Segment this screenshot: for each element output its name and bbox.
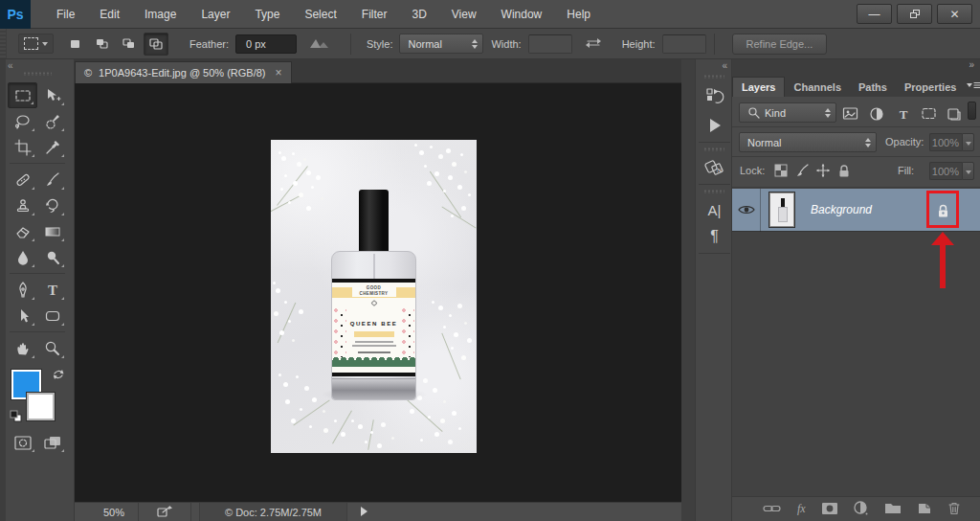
layer-effects-icon[interactable]: fx bbox=[797, 502, 806, 516]
menu-item-help[interactable]: Help bbox=[554, 0, 603, 29]
screen-mode-button[interactable] bbox=[37, 431, 67, 455]
opacity-dropdown-icon[interactable] bbox=[962, 133, 974, 151]
filter-pixel-layers-icon[interactable] bbox=[840, 105, 859, 122]
add-layer-mask-icon[interactable] bbox=[821, 502, 838, 517]
tool-type[interactable]: T bbox=[37, 277, 67, 303]
tool-zoom[interactable] bbox=[37, 335, 67, 361]
tab-channels[interactable]: Channels bbox=[785, 77, 850, 97]
panel-menu-icon[interactable] bbox=[965, 79, 980, 93]
fill-value-box[interactable]: 100% bbox=[929, 162, 974, 180]
background-color-swatch[interactable] bbox=[27, 393, 55, 420]
tool-shape[interactable] bbox=[37, 303, 67, 328]
timeline-panel-button[interactable]: N bbox=[696, 155, 733, 180]
new-adjustment-layer-icon[interactable] bbox=[854, 501, 869, 518]
lock-transparent-pixels-icon[interactable] bbox=[772, 162, 790, 179]
menu-item-file[interactable]: File bbox=[44, 0, 87, 29]
status-expand-icon[interactable] bbox=[361, 507, 368, 518]
expand-dock-icon[interactable]: » bbox=[969, 59, 973, 70]
panel-grip[interactable] bbox=[23, 72, 52, 76]
fill-dropdown-icon[interactable] bbox=[962, 162, 974, 180]
collapse-strip-icon[interactable]: « bbox=[722, 60, 726, 71]
tool-quick-selection[interactable] bbox=[37, 108, 67, 134]
tool-clone-stamp[interactable] bbox=[8, 193, 37, 218]
filter-smart-objects-icon[interactable] bbox=[945, 105, 964, 122]
filter-kind-dropdown[interactable]: Kind bbox=[739, 102, 836, 123]
tool-gradient[interactable] bbox=[37, 218, 67, 244]
new-selection-button[interactable] bbox=[63, 33, 88, 56]
add-to-selection-button[interactable] bbox=[90, 33, 115, 56]
tab-layers[interactable]: Layers bbox=[732, 77, 785, 97]
tool-hand[interactable] bbox=[8, 335, 37, 361]
actions-panel-button[interactable] bbox=[696, 113, 733, 138]
layer-visibility-toggle[interactable] bbox=[732, 189, 761, 232]
quick-mask-button[interactable] bbox=[8, 431, 37, 455]
lock-image-pixels-icon[interactable] bbox=[793, 162, 811, 179]
new-group-icon[interactable] bbox=[884, 502, 902, 517]
default-colors-icon[interactable] bbox=[10, 410, 23, 425]
tool-brush[interactable] bbox=[37, 167, 67, 193]
restore-button[interactable] bbox=[897, 4, 932, 24]
menu-item-layer[interactable]: Layer bbox=[189, 0, 242, 29]
tool-move[interactable] bbox=[37, 82, 67, 108]
tool-pen[interactable] bbox=[8, 277, 37, 303]
link-layers-icon[interactable] bbox=[763, 503, 782, 516]
tool-eraser[interactable] bbox=[8, 218, 37, 244]
refine-edge-button[interactable]: Refine Edge... bbox=[732, 34, 828, 55]
panel-grip[interactable] bbox=[703, 147, 724, 151]
tab-paths[interactable]: Paths bbox=[850, 77, 896, 97]
menu-item-3d[interactable]: 3D bbox=[399, 0, 438, 29]
paragraph-panel-button[interactable]: ¶ bbox=[696, 224, 733, 249]
subtract-from-selection-button[interactable] bbox=[117, 33, 142, 56]
tool-path-selection[interactable] bbox=[8, 303, 37, 328]
lock-all-icon[interactable] bbox=[835, 162, 853, 179]
current-tool-preset[interactable] bbox=[18, 34, 54, 54]
tool-rectangular-marquee[interactable] bbox=[8, 82, 37, 108]
lock-position-icon[interactable] bbox=[814, 162, 832, 179]
menu-item-edit[interactable]: Edit bbox=[87, 0, 132, 29]
tool-blur[interactable] bbox=[8, 244, 37, 270]
delete-layer-icon[interactable] bbox=[947, 501, 961, 517]
tab-close-icon[interactable]: × bbox=[276, 66, 282, 79]
filter-adjustment-layers-icon[interactable] bbox=[867, 105, 886, 122]
character-panel-button[interactable]: A| bbox=[696, 197, 733, 222]
export-icon[interactable] bbox=[156, 505, 173, 520]
history-panel-button[interactable] bbox=[696, 84, 733, 109]
menu-item-select[interactable]: Select bbox=[292, 0, 348, 29]
canvas[interactable]: GOOD CHEMISTRY QUEEN BEE bbox=[75, 83, 681, 502]
width-input[interactable] bbox=[528, 34, 572, 54]
tool-eyedropper[interactable] bbox=[37, 134, 67, 160]
menu-item-type[interactable]: Type bbox=[242, 0, 292, 29]
layer-thumbnail[interactable] bbox=[769, 193, 794, 227]
collapse-tools-icon[interactable]: « bbox=[8, 60, 12, 71]
menu-item-filter[interactable]: Filter bbox=[349, 0, 400, 29]
menu-item-view[interactable]: View bbox=[439, 0, 489, 29]
zoom-level-field[interactable]: 50% bbox=[88, 507, 130, 518]
tool-history-brush[interactable] bbox=[37, 193, 67, 218]
menu-item-window[interactable]: Window bbox=[489, 0, 555, 29]
swap-colors-icon[interactable] bbox=[52, 368, 65, 383]
panel-grip[interactable] bbox=[703, 75, 724, 79]
layer-name[interactable]: Background bbox=[811, 203, 872, 216]
tool-crop[interactable] bbox=[8, 134, 37, 160]
minimize-button[interactable]: — bbox=[857, 4, 892, 24]
document-tab[interactable]: © 1P0A9643-Edit.jpg @ 50% (RGB/8) × bbox=[75, 61, 292, 83]
filter-type-layers-icon[interactable]: T bbox=[894, 105, 913, 122]
intersect-selection-button[interactable] bbox=[144, 33, 168, 56]
swap-dimensions-icon[interactable] bbox=[584, 36, 603, 52]
style-dropdown[interactable]: Normal bbox=[399, 34, 483, 54]
tool-dodge[interactable] bbox=[37, 244, 67, 270]
opacity-value-box[interactable]: 100% bbox=[929, 133, 974, 151]
height-input[interactable] bbox=[662, 34, 706, 54]
filter-shape-layers-icon[interactable] bbox=[919, 105, 938, 122]
tool-spot-healing[interactable] bbox=[8, 167, 37, 193]
document-size-info[interactable]: © Doc: 2.75M/2.75M bbox=[199, 503, 347, 521]
menu-item-image[interactable]: Image bbox=[132, 0, 189, 29]
tab-properties[interactable]: Properties bbox=[896, 77, 965, 97]
tool-lasso[interactable] bbox=[8, 108, 37, 134]
new-layer-icon[interactable] bbox=[917, 501, 932, 517]
panel-grip[interactable] bbox=[703, 190, 724, 193]
feather-input[interactable] bbox=[235, 34, 297, 54]
close-button[interactable]: ✕ bbox=[937, 4, 972, 24]
filter-toggle-switch[interactable] bbox=[968, 102, 976, 120]
blend-mode-dropdown[interactable]: Normal bbox=[739, 132, 877, 152]
